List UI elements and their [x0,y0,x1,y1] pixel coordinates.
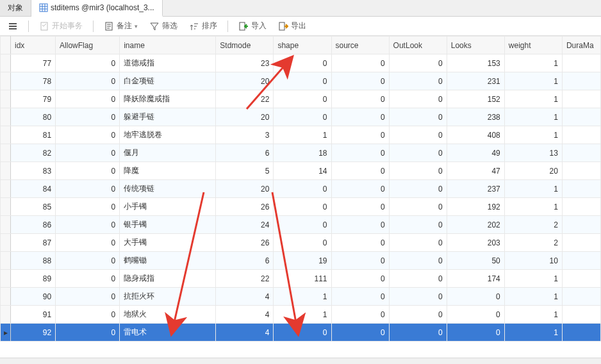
cell-looks[interactable]: 0 [447,324,504,342]
cell-looks[interactable]: 153 [447,54,504,72]
begin-transaction-button[interactable]: 开始事务 [35,19,86,33]
cell-shape[interactable]: 0 [274,198,331,216]
cell-looks[interactable]: 49 [447,144,504,162]
cell-looks[interactable]: 237 [447,180,504,198]
cell-src[interactable]: 0 [331,252,389,270]
cell-std[interactable]: 20 [216,180,274,198]
cell-out[interactable]: 0 [389,234,447,252]
cell-shape[interactable]: 0 [274,54,331,72]
cell-idx[interactable]: 87 [11,234,56,252]
cell-looks[interactable]: 192 [447,198,504,216]
cell-looks[interactable]: 408 [447,126,504,144]
cell-shape[interactable]: 0 [274,324,331,342]
cell-looks[interactable]: 203 [447,234,504,252]
cell-weight[interactable]: 1 [504,270,562,288]
cell-src[interactable]: 0 [331,288,389,306]
cell-std[interactable]: 26 [216,198,274,216]
cell-iname[interactable]: 雷电术 [120,324,216,342]
header-looks[interactable]: Looks [447,37,504,54]
cell-std[interactable]: 3 [216,126,274,144]
cell-allow[interactable]: 0 [56,270,120,288]
cell-shape[interactable]: 0 [274,90,331,108]
cell-src[interactable]: 0 [331,90,389,108]
cell-src[interactable]: 0 [331,216,389,234]
cell-looks[interactable]: 0 [447,288,504,306]
cell-dura[interactable] [562,144,600,162]
cell-iname[interactable]: 传统项链 [120,180,216,198]
cell-idx[interactable]: 85 [11,198,56,216]
sort-button[interactable]: 排序 [185,19,221,33]
cell-out[interactable]: 0 [389,180,447,198]
table-row[interactable]: ▸920雷电术400001 [1,324,601,342]
table-row[interactable]: 790降妖除魔戒指220001521 [1,90,601,108]
cell-out[interactable]: 0 [389,306,447,324]
cell-weight[interactable]: 1 [504,324,562,342]
table-row[interactable]: 810地牢逃脱卷31004081 [1,126,601,144]
cell-iname[interactable]: 大手镯 [120,234,216,252]
cell-out[interactable]: 0 [389,252,447,270]
table-row[interactable]: 860银手镯240002022 [1,216,601,234]
cell-looks[interactable]: 231 [447,72,504,90]
cell-weight[interactable]: 1 [504,72,562,90]
tab-table[interactable]: stditems @mir3 (localhost_3... [31,0,163,17]
cell-out[interactable]: 0 [389,90,447,108]
cell-src[interactable]: 0 [331,162,389,180]
cell-weight[interactable]: 1 [504,306,562,324]
cell-src[interactable]: 0 [331,198,389,216]
cell-shape[interactable]: 0 [274,216,331,234]
cell-looks[interactable]: 174 [447,270,504,288]
cell-allow[interactable]: 0 [56,162,120,180]
cell-iname[interactable]: 银手镯 [120,216,216,234]
cell-dura[interactable] [562,162,600,180]
cell-idx[interactable]: 89 [11,270,56,288]
cell-weight[interactable]: 1 [504,54,562,72]
header-stdmode[interactable]: Stdmode [216,37,274,54]
cell-weight[interactable]: 10 [504,252,562,270]
cell-src[interactable]: 0 [331,72,389,90]
cell-idx[interactable]: 90 [11,288,56,306]
cell-idx[interactable]: 78 [11,72,56,90]
cell-allow[interactable]: 0 [56,108,120,126]
cell-weight[interactable]: 1 [504,108,562,126]
cell-shape[interactable]: 0 [274,108,331,126]
cell-std[interactable]: 22 [216,90,274,108]
cell-idx[interactable]: 86 [11,216,56,234]
cell-iname[interactable]: 隐身戒指 [120,270,216,288]
cell-weight[interactable]: 1 [504,288,562,306]
data-grid[interactable]: idx AllowFlag iname Stdmode shape source… [0,36,601,358]
cell-std[interactable]: 4 [216,324,274,342]
cell-out[interactable]: 0 [389,126,447,144]
cell-iname[interactable]: 地牢逃脱卷 [120,126,216,144]
cell-looks[interactable]: 152 [447,90,504,108]
cell-allow[interactable]: 0 [56,288,120,306]
cell-looks[interactable]: 0 [447,306,504,324]
cell-idx[interactable]: 79 [11,90,56,108]
cell-shape[interactable]: 111 [274,270,331,288]
cell-allow[interactable]: 0 [56,324,120,342]
cell-std[interactable]: 22 [216,270,274,288]
cell-dura[interactable] [562,252,600,270]
cell-weight[interactable]: 1 [504,90,562,108]
cell-out[interactable]: 0 [389,54,447,72]
cell-weight[interactable]: 20 [504,162,562,180]
header-allowflag[interactable]: AllowFlag [56,37,120,54]
cell-weight[interactable]: 13 [504,144,562,162]
cell-out[interactable]: 0 [389,324,447,342]
cell-weight[interactable]: 2 [504,234,562,252]
cell-idx[interactable]: 82 [11,144,56,162]
cell-src[interactable]: 0 [331,144,389,162]
cell-iname[interactable]: 抗拒火环 [120,288,216,306]
table-row[interactable]: 840传统项链200002371 [1,180,601,198]
cell-dura[interactable] [562,180,600,198]
cell-std[interactable]: 6 [216,144,274,162]
cell-shape[interactable]: 1 [274,306,331,324]
cell-idx[interactable]: 83 [11,162,56,180]
cell-iname[interactable]: 鹤嘴锄 [120,252,216,270]
cell-idx[interactable]: 92 [11,324,56,342]
cell-std[interactable]: 24 [216,216,274,234]
cell-weight[interactable]: 1 [504,198,562,216]
header-durama[interactable]: DuraMa [562,37,600,54]
cell-std[interactable]: 4 [216,288,274,306]
cell-out[interactable]: 0 [389,144,447,162]
cell-allow[interactable]: 0 [56,234,120,252]
